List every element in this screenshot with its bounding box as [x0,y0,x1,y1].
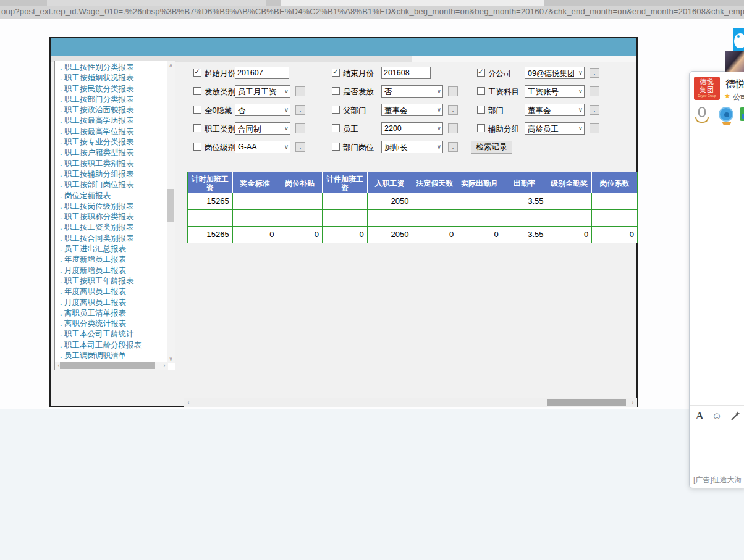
report-link-label[interactable]: 离职分类统计报表 [64,319,126,328]
filter-checkbox[interactable] [193,87,201,95]
filter-select[interactable]: 否∨ [235,104,290,116]
sidebar-report-link[interactable]: 职工本公司工龄统计 [55,329,166,340]
scroll-left-icon[interactable]: ‹ [185,399,192,406]
sidebar-report-link[interactable]: 员工调岗调职清单 [55,351,166,361]
report-link-label[interactable]: 月度新增员工报表 [64,266,126,275]
sidebar-report-link[interactable]: 职工按工资类别报表 [55,222,166,233]
content-horizontal-scrollbar[interactable]: ‹ › [184,398,637,407]
filter-select[interactable]: 厨师长∨ [381,141,443,153]
ad-text[interactable]: [广告]征途大海 [693,475,744,485]
screen-share-icon[interactable] [740,107,744,121]
browse-dot-button[interactable]: . [590,105,599,115]
filter-select[interactable]: 董事会∨ [525,104,585,116]
month-input[interactable] [235,67,289,79]
report-link-label[interactable]: 职工按合同类别报表 [64,234,134,243]
report-link-label[interactable]: 职工按户籍类型报表 [64,148,134,157]
filter-select[interactable]: 合同制∨ [235,122,290,135]
filter-checkbox[interactable] [332,143,340,151]
scrollbar-thumb[interactable] [167,189,174,222]
report-link-label[interactable]: 职工按政治面貌报表 [64,106,134,114]
sidebar-report-link[interactable]: 职工按户籍类型报表 [55,148,166,158]
report-link-label[interactable]: 职工按专业分类报表 [64,138,134,146]
font-tool-icon[interactable]: A [696,410,703,422]
scrollbar-thumb[interactable] [547,399,626,406]
sidebar-report-link[interactable]: 职工按最高学位报表 [55,127,166,137]
browse-dot-button[interactable]: . [590,86,599,96]
sidebar-report-link[interactable]: 职工按职工年龄报表 [55,276,166,286]
report-link-label[interactable]: 员工调岗调职清单 [64,351,126,360]
browse-dot-button[interactable]: . [295,86,305,96]
filter-checkbox[interactable] [477,106,485,114]
sidebar-report-link[interactable]: 职工按最高学历报表 [55,115,166,126]
report-link-label[interactable]: 职工按部门分类报表 [64,95,134,104]
filter-select[interactable]: 否∨ [381,85,443,98]
report-link-label[interactable]: 职工按职工类别报表 [64,159,134,168]
sidebar-report-link[interactable]: 职工按政治面貌报表 [55,105,166,115]
browse-dot-button[interactable]: . [295,105,305,115]
qq-avatar[interactable] [725,51,744,72]
scrollbar-thumb[interactable] [60,362,155,369]
sidebar-report-link[interactable]: 员工进出汇总报表 [55,244,166,254]
sidebar-vertical-scrollbar[interactable]: ∧ ∨ [167,61,175,363]
report-link-label[interactable]: 职工按婚姻状况报表 [64,73,134,82]
sidebar-report-link[interactable]: 职工按性别分类报表 [55,62,166,73]
report-link-label[interactable]: 年度新增员工报表 [64,255,126,264]
scroll-right-icon[interactable]: › [629,399,636,406]
report-link-label[interactable]: 职工按民族分类报表 [64,85,134,93]
sidebar-report-link[interactable]: 职工按民族分类报表 [55,84,166,94]
window-titlebar[interactable] [51,38,636,56]
sidebar-report-link[interactable]: 岗位定额报表 [55,191,166,201]
search-records-button[interactable]: 检索记录 [471,141,512,154]
report-link-label[interactable]: 职工按工资类别报表 [64,223,134,232]
sidebar-report-link[interactable]: 职工本司工龄分段报表 [55,340,166,351]
report-link-label[interactable]: 职工按性别分类报表 [64,63,134,72]
browse-dot-button[interactable]: . [295,123,305,133]
emoticon-tool-icon[interactable]: ☺ [712,411,722,422]
report-link-label[interactable]: 职工按岗位级别报表 [64,202,134,211]
report-link-label[interactable]: 职工按部门岗位报表 [64,180,134,189]
sidebar-report-link[interactable]: 月度新增员工报表 [55,265,166,276]
filter-select[interactable]: 09@德悦集团.∨ [525,67,585,79]
sidebar-report-link[interactable]: 职工按合同类别报表 [55,233,166,244]
sidebar-report-link[interactable]: 职工按职称分类报表 [55,212,166,222]
sidebar-report-link[interactable]: 职工按婚姻状况报表 [55,73,166,83]
filter-checkbox[interactable] [332,106,340,114]
filter-checkbox[interactable] [477,87,485,95]
month-input[interactable] [381,67,431,79]
filter-checkbox[interactable] [193,69,201,77]
microphone-icon[interactable] [698,107,706,117]
browse-dot-button[interactable]: . [590,123,599,133]
filter-checkbox[interactable] [332,124,340,132]
report-link-label[interactable]: 员工进出汇总报表 [64,244,126,253]
sidebar-report-link[interactable]: 离职分类统计报表 [55,319,166,329]
sidebar-report-link[interactable]: 职工按辅助分组报表 [55,169,166,180]
report-link-label[interactable]: 职工本司工龄分段报表 [64,341,142,349]
sidebar-report-link[interactable]: 年度离职员工报表 [55,286,166,297]
browse-dot-button[interactable]: . [590,68,599,78]
browser-url[interactable]: oup?post_ext.rep_id.Wage_010=.%26nbsp%3B… [1,6,744,18]
browse-dot-button[interactable]: . [448,142,458,152]
browse-dot-button[interactable]: . [448,123,458,133]
report-link-label[interactable]: 离职员工清单报表 [64,309,126,317]
report-link-label[interactable]: 职工按职称分类报表 [64,212,134,221]
sidebar-horizontal-scrollbar[interactable]: ‹ › [55,362,168,370]
report-link-label[interactable]: 月度离职员工报表 [64,298,126,307]
report-link-label[interactable]: 职工按最高学位报表 [64,127,134,136]
filter-checkbox[interactable] [193,106,201,114]
filter-select[interactable]: G-AA∨ [235,141,290,153]
sidebar-report-link[interactable]: 职工按部门岗位报表 [55,180,166,190]
scroll-right-icon[interactable]: › [161,362,168,370]
filter-select[interactable]: 2200∨ [381,122,443,135]
report-link-label[interactable]: 岗位定额报表 [64,191,111,200]
filter-checkbox[interactable] [332,87,340,95]
filter-select[interactable]: 高龄员工∨ [525,122,585,135]
browse-dot-button[interactable]: . [448,105,458,115]
magic-wand-icon[interactable] [730,411,741,424]
sidebar-report-link[interactable]: 职工按职工类别报表 [55,159,166,169]
filter-select[interactable]: 工资账号∨ [525,85,585,98]
sidebar-report-link[interactable]: 年度新增员工报表 [55,254,166,265]
report-link-label[interactable]: 年度离职员工报表 [64,287,126,296]
filter-select[interactable]: 员工月工资∨ [235,85,290,98]
sidebar-report-link[interactable]: 离职员工清单报表 [55,308,166,319]
sidebar-report-link[interactable]: 职工按部门分类报表 [55,94,166,105]
